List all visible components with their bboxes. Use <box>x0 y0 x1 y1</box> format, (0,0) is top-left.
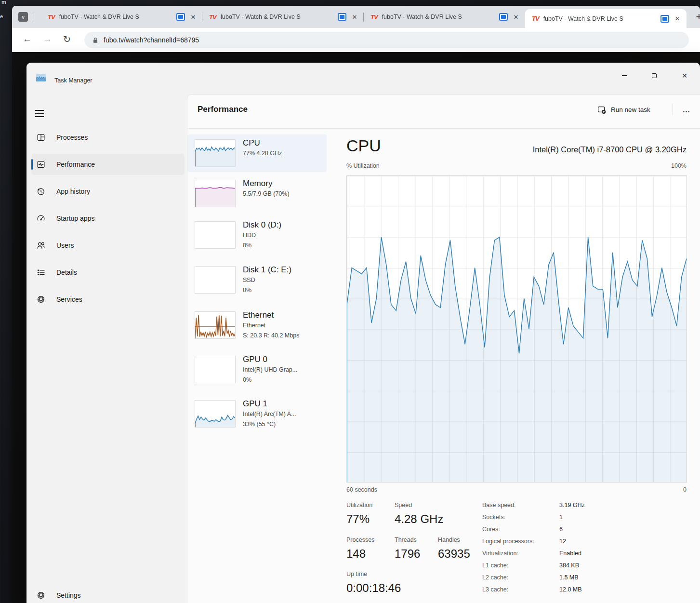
close-button[interactable]: ✕ <box>674 67 696 84</box>
browser-tab-4[interactable]: TVfuboTV - Watch & DVR Live S✕ <box>525 9 687 28</box>
stat-value-utilization: 77% <box>346 512 370 526</box>
stat-value-threads: 1796 <box>395 547 420 561</box>
detail-value-base-speed: 3.19 GHz <box>559 502 585 509</box>
detail-value-cores: 6 <box>559 526 563 533</box>
detail-label-cores: Cores: <box>482 526 500 533</box>
sidebar-item-services[interactable]: Services <box>31 289 185 310</box>
perf-card-disk-1-c-e[interactable]: Disk 1 (C: E:)SSD0% <box>187 261 327 304</box>
run-new-task-label: Run new task <box>611 106 650 113</box>
tab-title: fuboTV - Watch & DVR Live S <box>382 13 496 20</box>
maximize-button[interactable] <box>643 67 665 84</box>
media-indicator-icon[interactable] <box>499 13 508 21</box>
header-divider <box>187 128 700 129</box>
sidebar-item-startup-apps[interactable]: Startup apps <box>31 208 185 229</box>
sidebar-item-details[interactable]: Details <box>31 262 185 283</box>
desktop-icon-label-fragment: m <box>1 0 6 5</box>
tab-close-icon[interactable]: ✕ <box>350 13 359 21</box>
browser-tab-1[interactable]: TVfuboTV - Watch & DVR Live S✕ <box>41 6 202 28</box>
stat-label-threads: Threads <box>395 536 417 543</box>
sidebar-item-label: App history <box>56 188 90 195</box>
desktop-icon-label-fragment: e <box>0 13 3 19</box>
pinned-tab-favicon: v <box>22 14 25 20</box>
settings-icon <box>36 590 46 600</box>
perf-card-title: GPU 1 <box>243 399 267 409</box>
perf-card-detail: HDD <box>243 232 256 239</box>
minimize-button[interactable] <box>613 67 635 84</box>
task-manager-title: Task Manager <box>54 77 92 84</box>
perf-card-gpu-0[interactable]: GPU 0Intel(R) UHD Grap...0% <box>187 351 327 393</box>
run-new-task-button[interactable]: Run new task <box>591 101 656 118</box>
media-indicator-icon[interactable] <box>338 13 346 21</box>
reload-icon[interactable]: ↻ <box>63 34 71 45</box>
perf-card-title: CPU <box>243 138 260 148</box>
perf-card-detail: S: 20.3 R: 40.2 Mbps <box>243 332 299 339</box>
task-manager-titlebar[interactable]: Task Manager ✕ <box>26 63 700 93</box>
selected-accent-bar <box>31 159 33 170</box>
perf-card-cpu[interactable]: CPU77% 4.28 GHz <box>187 134 327 172</box>
media-indicator-icon[interactable] <box>660 15 669 23</box>
close-icon: ✕ <box>682 72 687 80</box>
fubotv-favicon: TV <box>209 13 216 21</box>
task-manager-window: Task Manager ✕ ProcessesPerformanceApp h… <box>26 63 700 603</box>
page-title: Performance <box>198 105 248 114</box>
perf-card-ethernet[interactable]: EthernetEthernetS: 20.3 R: 40.2 Mbps <box>187 307 327 349</box>
browser-toolbar: ← → ↻ fubo.tv/watch?channelId=68795 <box>12 28 700 52</box>
mini-chart <box>195 266 236 294</box>
pinned-tab[interactable]: v <box>18 12 28 22</box>
fubotv-favicon: TV <box>370 13 378 21</box>
mini-chart <box>195 180 236 207</box>
mini-chart <box>195 356 236 383</box>
sidebar-item-app-history[interactable]: App history <box>31 181 185 202</box>
detail-value-l2-cache: 1.5 MB <box>559 574 579 581</box>
sidebar-item-label: Details <box>56 268 77 276</box>
perf-card-memory[interactable]: Memory5.5/7.9 GB (70%) <box>187 175 327 214</box>
run-new-task-icon <box>597 105 606 114</box>
detail-value-l1-cache: 384 KB <box>559 562 579 569</box>
performance-content-card: Performance Run new task ... CPU77% 4.28… <box>187 94 700 603</box>
tab-title: fuboTV - Watch & DVR Live S <box>221 13 335 20</box>
sidebar-item-processes[interactable]: Processes <box>31 127 185 148</box>
sidebar-item-settings[interactable]: Settings <box>31 585 185 603</box>
app-history-icon <box>36 187 46 196</box>
fubotv-favicon: TV <box>532 15 539 22</box>
axis-label-100pct: 100% <box>671 162 687 169</box>
sidebar-item-users[interactable]: Users <box>31 235 185 256</box>
navigation-menu-button[interactable] <box>34 106 52 121</box>
sidebar-item-label: Performance <box>56 161 95 168</box>
address-bar[interactable]: fubo.tv/watch?channelId=68795 <box>84 32 689 48</box>
forward-icon[interactable]: → <box>43 34 52 44</box>
tab-close-icon[interactable]: ✕ <box>189 13 198 21</box>
tab-close-icon[interactable]: ✕ <box>673 15 682 22</box>
lock-icon <box>92 37 99 44</box>
sidebar-item-label: Processes <box>56 134 88 141</box>
detail-value-virtualization: Enabled <box>559 550 581 557</box>
detail-value-l3-cache: 12.0 MB <box>559 586 582 593</box>
detail-label-l1-cache: L1 cache: <box>482 562 508 569</box>
perf-card-gpu-1[interactable]: GPU 1Intel(R) Arc(TM) A...33% (55 °C) <box>187 395 327 438</box>
performance-icon <box>36 160 46 169</box>
detail-label-l2-cache: L2 cache: <box>482 574 508 581</box>
new-tab-button[interactable]: + <box>692 10 700 24</box>
task-manager-app-icon <box>36 74 46 81</box>
media-indicator-icon[interactable] <box>176 13 185 21</box>
detail-label-logical-processors: Logical processors: <box>482 538 534 545</box>
axis-label-0s: 0 <box>683 486 687 493</box>
perf-card-detail: 77% 4.28 GHz <box>243 150 282 157</box>
browser-tab-3[interactable]: TVfuboTV - Watch & DVR Live S✕ <box>364 6 525 28</box>
cpu-utilization-chart <box>346 175 687 482</box>
tab-close-icon[interactable]: ✕ <box>512 13 520 21</box>
stat-label-speed: Speed <box>395 502 412 509</box>
perf-card-detail: 5.5/7.9 GB (70%) <box>243 190 290 197</box>
browser-tab-strip: v TVfuboTV - Watch & DVR Live S✕TVfuboTV… <box>12 6 700 28</box>
fubotv-favicon: TV <box>48 13 55 21</box>
perf-card-disk-0-d[interactable]: Disk 0 (D:)HDD0% <box>187 216 327 259</box>
more-options-button[interactable]: ... <box>677 101 696 118</box>
browser-tab-2[interactable]: TVfuboTV - Watch & DVR Live S✕ <box>202 6 364 28</box>
perf-card-title: GPU 0 <box>243 355 267 364</box>
sidebar-item-label: Services <box>56 295 82 303</box>
details-icon <box>36 268 46 277</box>
back-icon[interactable]: ← <box>23 34 32 44</box>
url-text: fubo.tv/watch?channelId=68795 <box>104 36 199 44</box>
perf-card-detail: 0% <box>243 242 251 249</box>
sidebar-item-performance[interactable]: Performance <box>31 154 185 175</box>
